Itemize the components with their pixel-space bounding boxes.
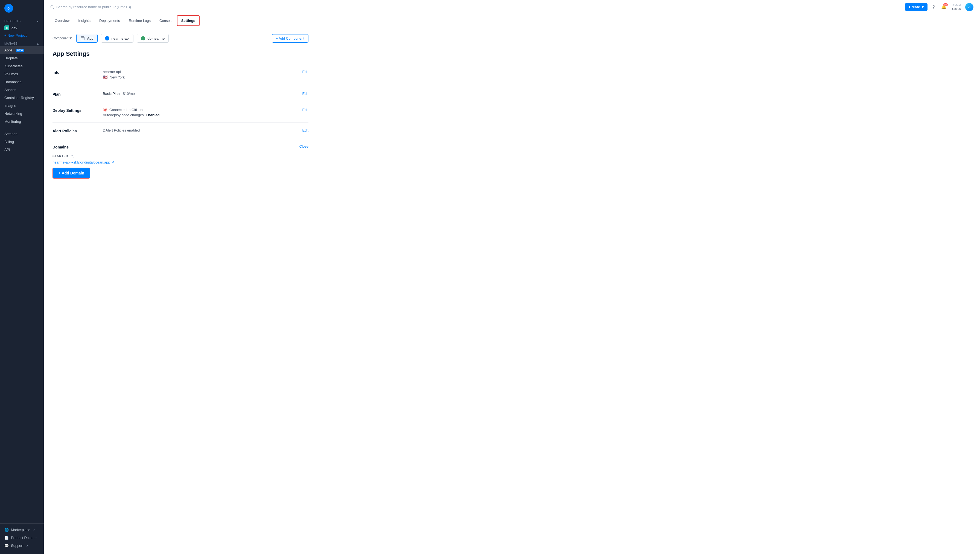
component-app-button[interactable]: App — [76, 34, 97, 43]
plan-edit-button[interactable]: Edit — [302, 92, 309, 96]
sidebar-item-networking[interactable]: Networking — [0, 110, 44, 118]
info-app-name-line: nearme-api — [103, 70, 296, 74]
plan-price: $10/mo — [123, 92, 135, 96]
sidebar-item-api[interactable]: API — [0, 146, 44, 154]
help-button[interactable]: ? — [931, 3, 937, 11]
alert-policies-label: Alert Policies — [52, 128, 96, 133]
external-link-icon: ↗ — [111, 160, 114, 164]
sidebar-item-billing[interactable]: Billing — [0, 138, 44, 146]
sidebar-item-spaces[interactable]: Spaces — [0, 86, 44, 94]
search-input[interactable] — [56, 5, 901, 9]
marketplace-external-icon: ↗ — [33, 528, 35, 531]
sidebar-item-apps[interactable]: Apps NEW — [0, 46, 44, 54]
autodeploy-text: Autodeploy code changes: Enabled — [103, 113, 296, 117]
tab-settings[interactable]: Settings — [177, 15, 200, 26]
domains-label: Domains — [52, 144, 96, 149]
sidebar-item-droplets[interactable]: Droplets — [0, 54, 44, 62]
sidebar-item-settings[interactable]: Settings — [0, 130, 44, 138]
support-external-icon: ↗ — [26, 544, 28, 547]
sidebar-item-product-docs[interactable]: 📄 Product Docs ↗ — [0, 534, 44, 542]
component-nearme-api-label: nearme-api — [111, 37, 130, 40]
deploy-edit-button[interactable]: Edit — [302, 108, 309, 112]
tab-overview[interactable]: Overview — [50, 15, 74, 27]
starter-help-icon[interactable]: ? — [70, 154, 74, 158]
settings-alert-policies-section: Alert Policies 2 Alert Policies enabled … — [52, 123, 309, 138]
topbar-right: Create ▾ ? 🔔 25 USAGE $18.96 A — [905, 3, 974, 11]
plan-value-line: Basic Plan $10/mo — [103, 92, 296, 96]
logo-icon: ○ — [5, 4, 13, 13]
info-region-line: 🇺🇸 New York — [103, 75, 296, 79]
usage-amount: $18.96 — [951, 7, 962, 11]
components-label: Components: — [52, 37, 72, 40]
main-area: Create ▾ ? 🔔 25 USAGE $18.96 A Overview — [44, 0, 980, 554]
domain-url-text: nearme-api-kskly.ondigitalocean.app — [52, 160, 110, 164]
add-domain-button[interactable]: + Add Domain — [52, 168, 90, 178]
plan-name: Basic Plan — [103, 92, 119, 96]
tab-insights[interactable]: Insights — [74, 15, 95, 27]
page-content: Components: App nearme-api db-nearme — [44, 27, 317, 191]
domains-header: Domains Close — [52, 144, 309, 149]
add-domain-wrapper: + Add Domain — [52, 164, 309, 178]
sidebar-item-monitoring[interactable]: Monitoring — [0, 118, 44, 126]
github-connected-line: 🐙 Connected to GitHub — [103, 108, 296, 112]
add-component-label: + Add Component — [276, 37, 304, 40]
alert-policies-edit-button[interactable]: Edit — [302, 128, 309, 132]
manage-section-label: MANAGE ▲ — [0, 39, 44, 46]
sidebar-item-volumes[interactable]: Volumes — [0, 70, 44, 78]
us-flag-icon: 🇺🇸 — [103, 75, 107, 79]
create-button[interactable]: Create ▾ — [905, 3, 927, 11]
avatar[interactable]: A — [965, 3, 974, 11]
support-label: Support — [11, 544, 24, 548]
sidebar-item-container-registry[interactable]: Container Registry — [0, 94, 44, 102]
sidebar-item-support[interactable]: 💬 Support ↗ — [0, 542, 44, 550]
new-project-button[interactable]: + New Project — [0, 32, 44, 39]
sidebar-images-label: Images — [5, 103, 16, 108]
domains-close-button[interactable]: Close — [299, 144, 309, 148]
sidebar-spaces-label: Spaces — [5, 88, 16, 92]
tab-console[interactable]: Console — [155, 15, 177, 27]
sidebar-droplets-label: Droplets — [5, 56, 18, 60]
marketplace-label: Marketplace — [11, 528, 30, 532]
nearme-api-icon — [105, 36, 110, 40]
info-label: Info — [52, 70, 96, 75]
domain-url-link[interactable]: nearme-api-kskly.ondigitalocean.app ↗ — [52, 160, 309, 164]
sidebar-item-images[interactable]: Images — [0, 102, 44, 110]
search-bar[interactable] — [50, 5, 901, 9]
component-db-nearme-button[interactable]: db-nearme — [137, 34, 169, 43]
app-component-icon — [80, 36, 85, 40]
tab-runtime-logs[interactable]: Runtime Logs — [124, 15, 155, 27]
component-nearme-api-button[interactable]: nearme-api — [101, 34, 134, 43]
info-app-name: nearme-api — [103, 70, 121, 74]
sidebar-monitoring-label: Monitoring — [5, 119, 21, 124]
product-docs-label: Product Docs — [11, 536, 32, 540]
notifications-button[interactable]: 🔔 25 — [940, 3, 948, 11]
sidebar-networking-label: Networking — [5, 111, 22, 116]
sidebar: ○ PROJECTS ▲ d dev + New Project MANAGE … — [0, 0, 44, 554]
autodeploy-prefix: Autodeploy code changes: — [103, 113, 145, 117]
alert-policies-value: 2 Alert Policies enabled — [103, 128, 140, 132]
add-domain-label: + Add Domain — [59, 171, 84, 175]
sidebar-item-databases[interactable]: Databases — [0, 78, 44, 86]
sidebar-project-dev[interactable]: d dev — [0, 24, 44, 32]
alert-policies-content: 2 Alert Policies enabled — [103, 128, 296, 132]
sidebar-volumes-label: Volumes — [5, 72, 18, 76]
starter-badge: STARTER ? — [52, 154, 309, 158]
projects-chevron-icon: ▲ — [37, 20, 40, 23]
usage-block: USAGE $18.96 — [951, 3, 962, 11]
sidebar-item-marketplace[interactable]: 🌐 Marketplace ↗ — [0, 526, 44, 534]
sidebar-item-kubernetes[interactable]: Kubernetes — [0, 62, 44, 70]
sidebar-kubernetes-label: Kubernetes — [5, 64, 23, 68]
app-settings-title: App Settings — [52, 50, 309, 57]
settings-info-section: Info nearme-api 🇺🇸 New York Edit — [52, 64, 309, 86]
topbar: Create ▾ ? 🔔 25 USAGE $18.96 A — [44, 0, 980, 14]
settings-deploy-section: Deploy Settings 🐙 Connected to GitHub Au… — [52, 102, 309, 123]
search-icon — [50, 5, 54, 9]
content-area: Overview Insights Deployments Runtime Lo… — [44, 14, 980, 554]
add-component-button[interactable]: + Add Component — [272, 34, 309, 43]
github-icon: 🐙 — [103, 108, 107, 112]
tab-deployments[interactable]: Deployments — [95, 15, 124, 27]
sidebar-logo[interactable]: ○ — [0, 0, 44, 16]
create-label: Create — [909, 5, 920, 9]
info-edit-button[interactable]: Edit — [302, 70, 309, 74]
info-content: nearme-api 🇺🇸 New York — [103, 70, 296, 80]
